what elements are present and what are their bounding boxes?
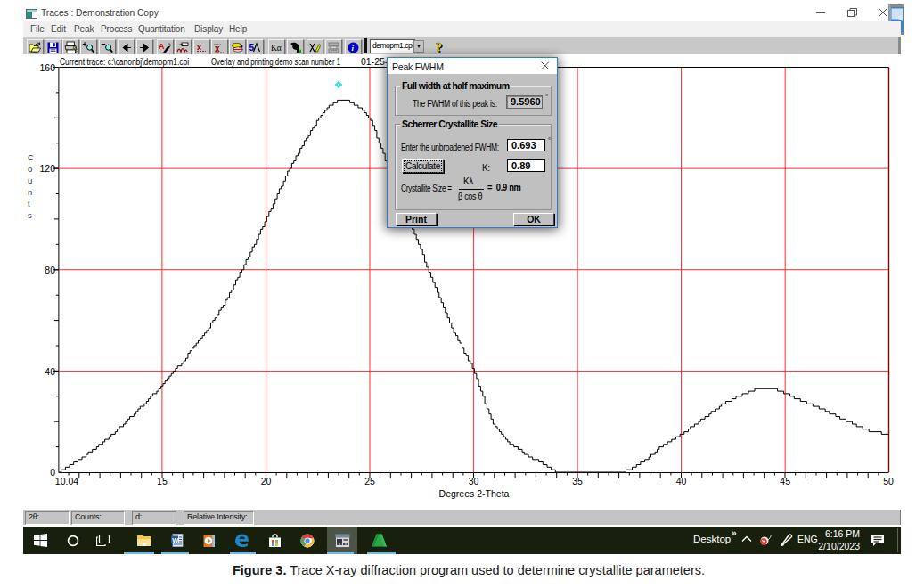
svg-text:35: 35 bbox=[572, 476, 583, 486]
svg-text:15: 15 bbox=[157, 476, 168, 486]
svg-text:Overlay and printing demo scan: Overlay and printing demo scan number 1 bbox=[211, 56, 340, 67]
svg-text:50: 50 bbox=[883, 476, 894, 486]
svg-text:80: 80 bbox=[45, 265, 55, 275]
svg-text:t: t bbox=[28, 199, 30, 208]
svg-text:?: ? bbox=[436, 40, 443, 54]
svg-text:Degrees 2-Theta: Degrees 2-Theta bbox=[439, 488, 510, 499]
svg-text:Kα: Kα bbox=[271, 43, 282, 52]
svg-text:20: 20 bbox=[261, 476, 272, 486]
svg-text:s: s bbox=[28, 210, 32, 220]
svg-text:10.04: 10.04 bbox=[55, 476, 78, 486]
svg-text:45: 45 bbox=[780, 476, 790, 486]
svg-text:25: 25 bbox=[364, 476, 375, 486]
svg-text:C: C bbox=[28, 152, 34, 162]
svg-text:u: u bbox=[28, 176, 32, 185]
svg-text:40: 40 bbox=[676, 476, 687, 486]
svg-text:o: o bbox=[28, 164, 32, 174]
svg-text:W: W bbox=[172, 535, 179, 543]
svg-text:160: 160 bbox=[39, 62, 55, 73]
svg-text:x: x bbox=[197, 43, 201, 52]
svg-text:30: 30 bbox=[469, 476, 479, 486]
svg-text:40: 40 bbox=[45, 366, 55, 377]
svg-text:A: A bbox=[159, 42, 165, 51]
svg-text:Current trace: c:\canonbj\demo: Current trace: c:\canonbj\demopm1.cpi bbox=[60, 56, 189, 67]
svg-text:120: 120 bbox=[39, 163, 55, 174]
svg-text:x: x bbox=[215, 44, 220, 53]
svg-text:n: n bbox=[28, 187, 32, 197]
